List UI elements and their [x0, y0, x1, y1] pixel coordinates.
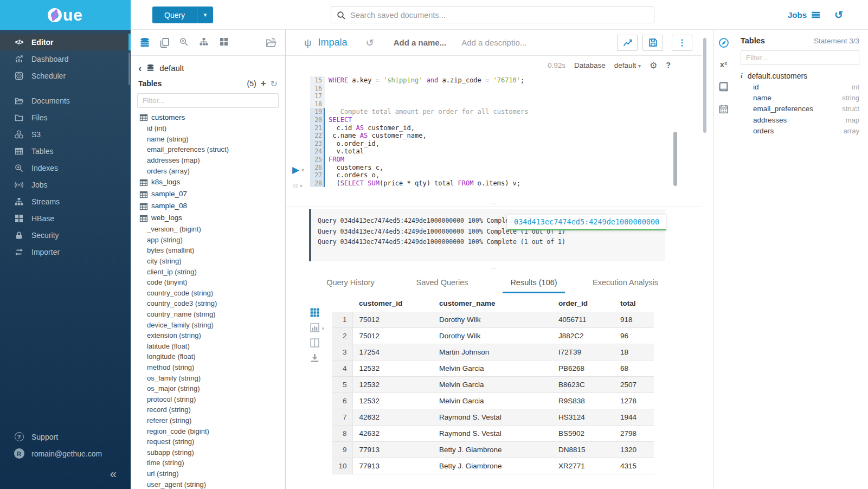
column-item[interactable]: device_family (string)	[139, 319, 285, 330]
column-item[interactable]: code (tinyint)	[139, 277, 285, 288]
column-item[interactable]: referer (string)	[139, 415, 285, 426]
sidebar-item-files[interactable]: Files	[0, 109, 131, 126]
column-row[interactable]: addressesmap	[741, 114, 859, 125]
sidebar-item-s3[interactable]: S3	[0, 126, 131, 143]
search-input[interactable]	[350, 11, 648, 20]
column-row[interactable]: ordersarray	[741, 126, 859, 137]
page-scrollbar[interactable]	[703, 38, 706, 133]
table-row[interactable]: 275012Dorothy WilkJ882C296	[332, 328, 654, 344]
tab-results-106[interactable]: Results (106)	[488, 274, 580, 298]
column-header[interactable]: order_id	[552, 295, 614, 312]
column-item[interactable]: subapp (string)	[139, 447, 285, 458]
active-table[interactable]: i default.customers	[741, 72, 859, 80]
execute-options-caret-icon[interactable]: ▾	[301, 167, 304, 173]
language-reference-icon[interactable]	[718, 82, 729, 93]
sidebar-item-hbase[interactable]: HBase	[0, 210, 131, 227]
assist-filter-input[interactable]	[137, 93, 279, 108]
column-item[interactable]: app (string)	[139, 235, 285, 246]
column-item[interactable]: record (string)	[139, 404, 285, 415]
chart-type-caret-icon[interactable]: ▾	[322, 326, 324, 331]
database-icon-databases[interactable]	[139, 37, 150, 48]
sidebar-item-dashboard[interactable]: Dashboard	[0, 50, 131, 67]
column-row[interactable]: idint	[741, 81, 859, 92]
sidebar-item-user[interactable]: R romain@gethue.com	[0, 445, 131, 462]
settings-gear-icon[interactable]: ⚙	[650, 60, 657, 70]
column-item[interactable]: city (string)	[139, 256, 285, 267]
column-item[interactable]: country_code (string)	[139, 288, 285, 299]
column-item[interactable]: client_ip (string)	[139, 266, 285, 277]
sidebar-item-support[interactable]: ? Support	[0, 428, 131, 445]
query-description-field[interactable]: Add a descriptio...	[461, 38, 526, 47]
chart-button[interactable]	[617, 35, 638, 51]
table-item[interactable]: k8s_logs	[139, 176, 285, 188]
sidebar-item-scheduler[interactable]: Scheduler	[0, 67, 131, 84]
column-item[interactable]: os_major (string)	[139, 383, 285, 394]
grid-view-icon[interactable]	[310, 308, 319, 317]
download-icon[interactable]	[310, 353, 319, 363]
column-item[interactable]: method (string)	[139, 362, 285, 373]
refresh-icon[interactable]: ↻	[271, 79, 278, 89]
code-area[interactable]: 15WHERE a.key = 'shipping' and a.zip_cod…	[310, 76, 680, 187]
column-item[interactable]: time (string)	[139, 458, 285, 468]
column-item[interactable]: country_code3 (string)	[139, 298, 285, 309]
global-search[interactable]	[331, 7, 654, 23]
editor-resize-grip[interactable]: ⋯	[286, 202, 702, 207]
column-item[interactable]: user_agent (string)	[139, 479, 285, 489]
folder-open-icon-collections[interactable]	[266, 37, 277, 48]
database-name[interactable]: default	[159, 63, 184, 73]
add-table-icon[interactable]: +	[261, 78, 266, 89]
documents-copy-icon-documents[interactable]	[159, 37, 170, 48]
table-row[interactable]: 412532Melvin GarciaPB626868	[332, 361, 654, 377]
query-history-icon[interactable]: ↺	[834, 10, 844, 20]
sidebar-item-indexes[interactable]: Indexes	[0, 159, 131, 176]
editor-history-icon[interactable]: ↺	[366, 37, 374, 49]
presentation-mode-icon[interactable]: ▾	[293, 182, 303, 190]
column-item[interactable]: url (string)	[139, 468, 285, 479]
query-name-field[interactable]: Add a name...	[394, 38, 447, 47]
table-row[interactable]: 1077913Betty J. GiambroneXR27714315	[332, 458, 654, 474]
help-question-icon[interactable]: ?	[666, 61, 671, 69]
tab-query-history[interactable]: Query History	[305, 274, 396, 298]
column-item[interactable]: protocol (string)	[139, 394, 285, 404]
column-header[interactable]: customer_name	[433, 295, 552, 312]
collapse-sidebar-icon[interactable]: «	[110, 467, 117, 481]
jobs-link[interactable]: Jobs	[788, 10, 820, 20]
table-row[interactable]: 512532Melvin GarciaB8623C2507	[332, 377, 654, 393]
column-item[interactable]: latitude (float)	[139, 341, 285, 352]
table-item[interactable]: sample_07	[139, 188, 285, 200]
column-item[interactable]: extension (string)	[139, 330, 285, 341]
chart-view-icon[interactable]: ▾	[310, 323, 319, 332]
table-item[interactable]: sample_08	[139, 200, 285, 212]
sidebar-item-documents[interactable]: Documents	[0, 92, 131, 109]
engine-name[interactable]: Impala	[318, 37, 348, 48]
column-item[interactable]: orders (array)	[139, 165, 285, 176]
table-row[interactable]: 175012Dorothy Wilk4056711918	[332, 312, 654, 328]
log-resize-grip[interactable]: ⋯	[286, 267, 702, 271]
sidenav-scrollbar[interactable]	[128, 53, 130, 85]
query-id-link[interactable]: 034d413ec7474ed5:4249de1000000000	[507, 214, 666, 230]
table-row[interactable]: 742632Raymond S. VestalHS31241944	[332, 409, 654, 426]
column-item[interactable]: country_name (string)	[139, 309, 285, 320]
column-item[interactable]: os_family (string)	[139, 372, 285, 383]
database-select[interactable]: default ▾	[614, 61, 641, 69]
table-item[interactable]: web_logs	[139, 212, 285, 224]
more-actions-button[interactable]: ⋮	[672, 35, 692, 51]
column-item[interactable]: addresses (map)	[139, 155, 285, 166]
column-header[interactable]: total	[614, 295, 654, 312]
schedule-icon[interactable]	[718, 104, 729, 115]
column-item[interactable]: name (string)	[139, 134, 285, 145]
execute-query-button[interactable]: ▶	[292, 165, 299, 175]
grid-icon-apps[interactable]	[220, 37, 230, 48]
column-header[interactable]: customer_id	[352, 295, 433, 312]
save-button[interactable]	[642, 35, 663, 51]
column-item[interactable]: bytes (smallint)	[139, 245, 285, 256]
column-item[interactable]: email_preferences (struct)	[139, 144, 285, 155]
tab-saved-queries[interactable]: Saved Queries	[396, 274, 488, 298]
table-row[interactable]: 977913Betty J. GiambroneDN88151320	[332, 442, 654, 458]
sidebar-item-streams[interactable]: Streams	[0, 193, 131, 210]
table-row[interactable]: 317254Martin JohnsonI72T3918	[332, 344, 654, 361]
search-plus-icon-search[interactable]	[179, 37, 190, 48]
column-item[interactable]: longitude (float)	[139, 351, 285, 362]
sidebar-item-jobs[interactable]: Jobs	[0, 176, 131, 193]
new-query-button[interactable]: Query	[152, 7, 197, 23]
